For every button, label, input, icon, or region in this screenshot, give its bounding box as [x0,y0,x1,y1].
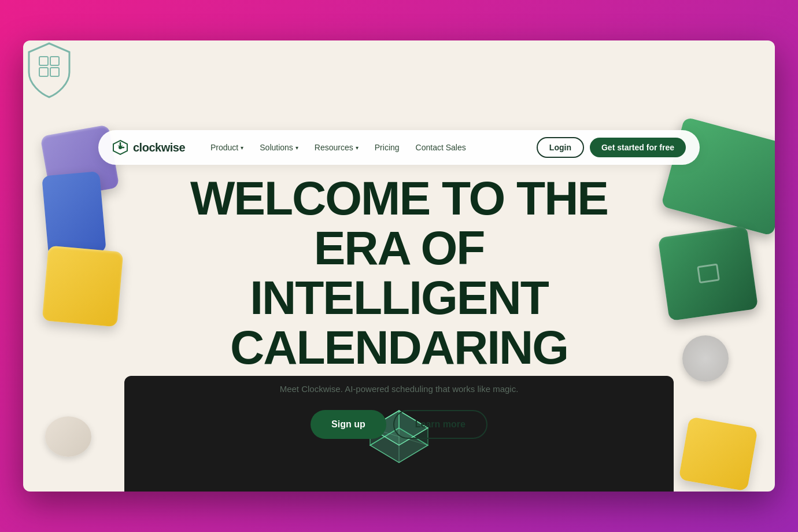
svg-rect-2 [39,68,48,76]
login-button[interactable]: Login [537,137,584,158]
chevron-down-icon: ▾ [356,145,359,151]
hero-subtitle: Meet Clockwise. AI-powered scheduling th… [280,384,519,394]
hero-title: WELCOME TO THE ERA OF INTELLIGENT CALEND… [168,173,630,372]
nav-links: Product ▾ Solutions ▾ Resources ▾ Pricin… [204,138,537,157]
svg-rect-1 [50,57,59,65]
signup-button[interactable]: Sign up [311,410,386,439]
browser-window: clockwise Product ▾ Solutions ▾ Resource… [23,40,775,492]
logo-icon [112,139,128,156]
nav-contact-sales[interactable]: Contact Sales [409,138,473,157]
logo[interactable]: clockwise [112,139,185,156]
chevron-down-icon: ▾ [295,145,298,151]
deco-shield [23,40,75,98]
logo-text: clockwise [133,141,185,154]
hero-section: WELCOME TO THE ERA OF INTELLIGENT CALEND… [23,173,775,439]
get-started-button[interactable]: Get started for free [590,138,686,157]
svg-rect-3 [50,68,59,76]
chevron-down-icon: ▾ [241,145,243,151]
hero-buttons: Sign up Learn more [311,410,487,439]
learn-more-button[interactable]: Learn more [393,410,487,439]
nav-pricing[interactable]: Pricing [368,138,407,157]
nav-resources[interactable]: Resources ▾ [308,138,365,157]
navbar: clockwise Product ▾ Solutions ▾ Resource… [98,130,700,165]
nav-product[interactable]: Product ▾ [204,138,250,157]
nav-solutions[interactable]: Solutions ▾ [253,138,305,157]
nav-actions: Login Get started for free [537,137,686,158]
svg-rect-0 [39,57,48,65]
